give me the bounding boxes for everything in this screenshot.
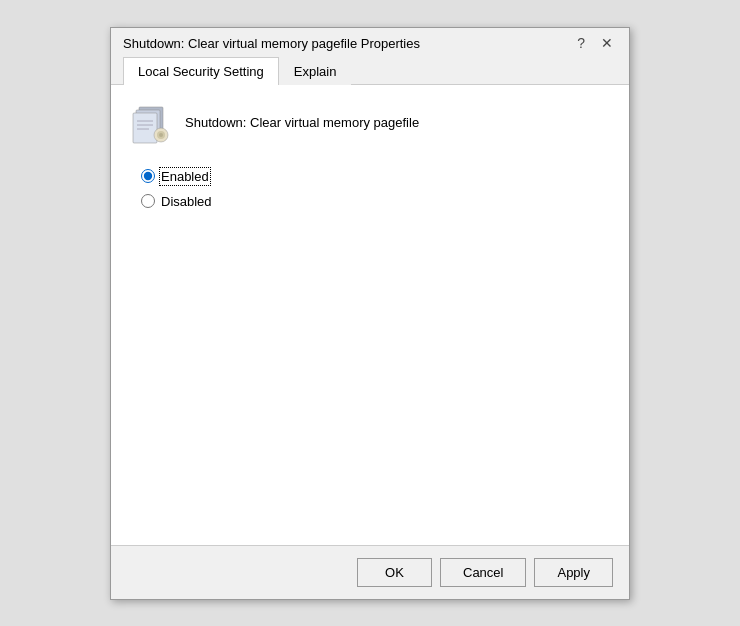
- title-bar: Shutdown: Clear virtual memory pagefile …: [111, 28, 629, 57]
- radio-enabled[interactable]: [141, 169, 155, 183]
- tab-local-security[interactable]: Local Security Setting: [123, 57, 279, 85]
- svg-rect-2: [133, 113, 157, 143]
- policy-icon: [131, 101, 171, 145]
- title-bar-controls: ? ✕: [573, 36, 617, 50]
- dialog-footer: OK Cancel Apply: [111, 545, 629, 599]
- tab-bar: Local Security Setting Explain: [111, 57, 629, 85]
- help-button[interactable]: ?: [573, 36, 589, 50]
- radio-label-disabled: Disabled: [161, 194, 212, 209]
- tab-explain[interactable]: Explain: [279, 57, 352, 85]
- dialog-title: Shutdown: Clear virtual memory pagefile …: [123, 36, 420, 51]
- svg-point-8: [159, 133, 163, 137]
- radio-item-enabled[interactable]: Enabled: [141, 169, 609, 184]
- radio-disabled[interactable]: [141, 194, 155, 208]
- policy-header: Shutdown: Clear virtual memory pagefile: [131, 101, 609, 145]
- radio-label-enabled: Enabled: [161, 169, 209, 184]
- ok-button[interactable]: OK: [357, 558, 432, 587]
- policy-title: Shutdown: Clear virtual memory pagefile: [185, 115, 419, 130]
- apply-button[interactable]: Apply: [534, 558, 613, 587]
- tab-content: Shutdown: Clear virtual memory pagefile …: [111, 85, 629, 545]
- cancel-button[interactable]: Cancel: [440, 558, 526, 587]
- radio-item-disabled[interactable]: Disabled: [141, 194, 609, 209]
- radio-group: Enabled Disabled: [141, 169, 609, 209]
- dialog-window: Shutdown: Clear virtual memory pagefile …: [110, 27, 630, 600]
- close-button[interactable]: ✕: [597, 36, 617, 50]
